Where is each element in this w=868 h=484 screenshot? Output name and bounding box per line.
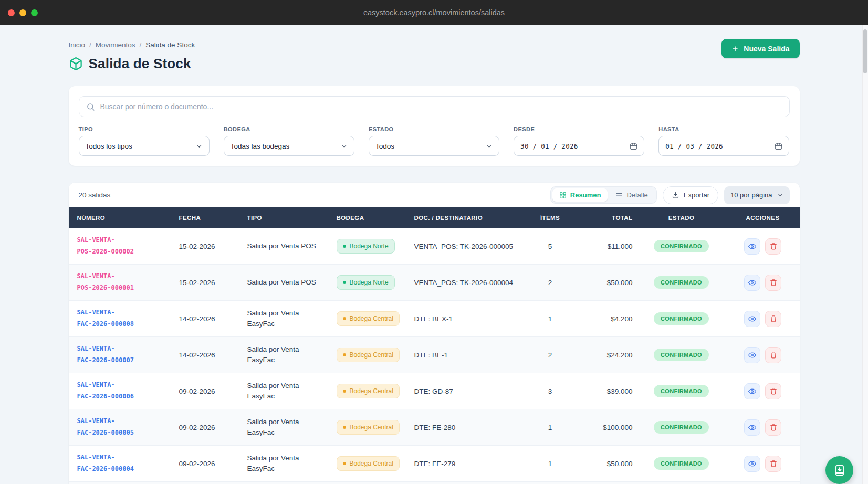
table-row: SAL-VENTA-FAC-2026-000007 14-02-2026 Sal… xyxy=(69,336,800,373)
filter-bodega-label: BODEGA xyxy=(224,126,354,132)
salida-number-link[interactable]: SAL-VENTA-POS-2026-000002 xyxy=(77,235,171,257)
salida-tipo: Salida por Venta EasyFac xyxy=(247,453,328,475)
breadcrumb-inicio[interactable]: Inicio xyxy=(69,41,86,49)
salida-fecha: 09-02-2026 xyxy=(171,387,239,395)
filter-bodega: BODEGA Todas las bodegas xyxy=(224,126,354,156)
book-download-icon xyxy=(833,464,846,477)
table-row: SAL-VENTA-FAC-2026-000004 09-02-2026 Sal… xyxy=(69,445,800,481)
column-total: TOTAL xyxy=(569,215,637,221)
salida-total: $100.000 xyxy=(569,424,637,432)
salida-items: 1 xyxy=(532,460,569,468)
column-tipo: TIPO xyxy=(239,215,328,221)
salida-tipo: Salida por Venta EasyFac xyxy=(247,344,328,366)
view-toggle-detalle[interactable]: Detalle xyxy=(609,188,654,202)
results-count: 20 salidas xyxy=(79,191,111,199)
view-row-button[interactable] xyxy=(744,419,760,436)
delete-row-button[interactable] xyxy=(765,456,781,472)
bodega-badge: Bodega Norte xyxy=(337,275,395,290)
minimize-window-button[interactable] xyxy=(19,9,26,16)
hasta-date-input[interactable]: 01 / 03 / 2026 xyxy=(658,136,789,156)
estado-badge: CONFIRMADO xyxy=(654,276,709,289)
search-icon xyxy=(86,102,95,111)
estado-select-value: Todos xyxy=(375,142,394,150)
delete-row-button[interactable] xyxy=(765,238,781,255)
floating-action-button[interactable] xyxy=(825,456,853,484)
desde-date-value: 30 / 01 / 2026 xyxy=(520,142,578,150)
desde-date-input[interactable]: 30 / 01 / 2026 xyxy=(514,136,644,156)
salida-fecha: 14-02-2026 xyxy=(171,351,239,359)
breadcrumb-separator: / xyxy=(89,41,91,49)
estado-badge: CONFIRMADO xyxy=(654,312,709,325)
trash-icon xyxy=(770,279,777,286)
view-toggle-resumen[interactable]: Resumen xyxy=(552,188,608,202)
close-window-button[interactable] xyxy=(8,9,15,16)
delete-row-button[interactable] xyxy=(765,275,781,291)
salida-doc: VENTA_POS: TK-2026-000004 xyxy=(406,279,532,287)
delete-row-button[interactable] xyxy=(765,347,781,363)
bodega-select[interactable]: Todas las bodegas xyxy=(224,136,354,156)
delete-row-button[interactable] xyxy=(765,311,781,327)
bodega-badge: Bodega Central xyxy=(337,420,400,435)
new-salida-label: Nueva Salida xyxy=(744,45,789,53)
search-input[interactable] xyxy=(100,102,782,111)
scrollbar-track[interactable] xyxy=(862,25,868,484)
salida-number-link[interactable]: SAL-VENTA-FAC-2026-000006 xyxy=(77,380,171,402)
traffic-lights xyxy=(8,0,38,25)
scrollbar-thumb[interactable] xyxy=(863,29,867,73)
trash-icon xyxy=(770,351,777,359)
status-dot-icon xyxy=(343,353,346,356)
chevron-down-icon xyxy=(341,143,348,150)
column-numero: NÚMERO xyxy=(69,215,171,221)
breadcrumb-movimientos[interactable]: Movimientos xyxy=(96,41,135,49)
salida-number-link[interactable]: SAL-VENTA-FAC-2026-000008 xyxy=(77,307,171,330)
calendar-icon xyxy=(775,142,782,150)
salida-total: $4.200 xyxy=(569,315,637,323)
eye-icon xyxy=(748,315,756,323)
view-row-button[interactable] xyxy=(744,275,760,291)
salida-tipo: Salida por Venta POS xyxy=(247,277,328,288)
salida-number-link[interactable]: SAL-VENTA-FAC-2026-000005 xyxy=(77,416,171,438)
salida-items: 2 xyxy=(532,351,569,359)
table-header-row: NÚMERO FECHA TIPO BODEGA DOC. / DESTINAT… xyxy=(69,207,800,228)
bodega-select-value: Todas las bodegas xyxy=(231,142,290,150)
view-row-button[interactable] xyxy=(744,456,760,472)
salida-number-link[interactable]: SAL-VENTA-FAC-2026-000004 xyxy=(77,452,171,475)
salida-number-link[interactable]: SAL-VENTA-FAC-2026-000007 xyxy=(77,343,171,366)
estado-badge: CONFIRMADO xyxy=(654,421,709,434)
salida-doc: DTE: FE-280 xyxy=(406,424,532,432)
view-row-button[interactable] xyxy=(744,383,760,399)
per-page-select[interactable]: 10 por página xyxy=(724,186,790,204)
table-row: SAL-VENTA-POS-2026-000002 15-02-2026 Sal… xyxy=(69,228,800,264)
filter-desde: DESDE 30 / 01 / 2026 xyxy=(514,126,644,156)
new-salida-button[interactable]: Nueva Salida xyxy=(721,39,799,58)
tipo-select[interactable]: Todos los tipos xyxy=(79,136,210,156)
salida-items: 3 xyxy=(532,387,569,395)
grid-icon xyxy=(559,192,567,199)
salida-total: $50.000 xyxy=(569,279,637,287)
view-row-button[interactable] xyxy=(744,311,760,327)
per-page-value: 10 por página xyxy=(730,191,772,199)
salidas-table-card: 20 salidas Resumen Detalle xyxy=(69,183,800,484)
export-label: Exportar xyxy=(684,191,709,199)
column-items: ÍTEMS xyxy=(532,215,569,221)
salida-fecha: 15-02-2026 xyxy=(171,279,239,287)
filter-estado-label: ESTADO xyxy=(369,126,499,132)
estado-badge: CONFIRMADO xyxy=(654,385,709,397)
view-row-button[interactable] xyxy=(744,238,760,255)
delete-row-button[interactable] xyxy=(765,419,781,436)
delete-row-button[interactable] xyxy=(765,383,781,399)
page-header: Inicio / Movimientos / Salida de Stock S… xyxy=(69,39,800,72)
salida-fecha: 14-02-2026 xyxy=(171,315,239,323)
status-dot-icon xyxy=(343,281,346,284)
salida-number-link[interactable]: SAL-VENTA-POS-2026-000001 xyxy=(77,271,171,293)
salida-doc: DTE: BEX-1 xyxy=(406,315,532,323)
download-icon xyxy=(672,191,679,199)
view-row-button[interactable] xyxy=(744,347,760,363)
export-button[interactable]: Exportar xyxy=(663,186,718,204)
maximize-window-button[interactable] xyxy=(31,9,38,16)
salida-tipo: Salida por Venta EasyFac xyxy=(247,308,328,330)
estado-select[interactable]: Todos xyxy=(369,136,499,156)
salida-fecha: 15-02-2026 xyxy=(171,243,239,250)
filter-desde-label: DESDE xyxy=(514,126,644,132)
column-bodega: BODEGA xyxy=(328,215,406,221)
